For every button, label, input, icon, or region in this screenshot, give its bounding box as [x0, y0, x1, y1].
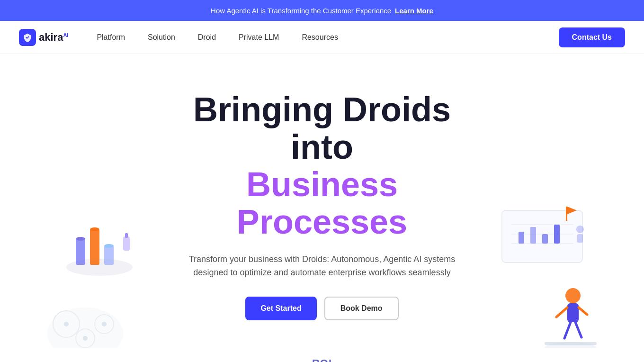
svg-point-5 — [90, 227, 99, 231]
hero-title: Bringing Droids into Business Processes — [156, 91, 488, 241]
logo-wordmark: akiraAI — [39, 31, 68, 44]
roi-label: ROI — [0, 357, 644, 362]
svg-line-40 — [579, 308, 587, 315]
svg-point-9 — [53, 311, 80, 337]
svg-line-41 — [564, 322, 571, 338]
hero-buttons: Get Started Book Demo — [156, 297, 488, 320]
banner-learn-more-link[interactable]: Learn More — [395, 7, 433, 15]
svg-point-6 — [104, 244, 114, 248]
nav-resources[interactable]: Resources — [302, 33, 338, 42]
nav-platform[interactable]: Platform — [97, 33, 125, 42]
svg-line-39 — [556, 308, 567, 317]
svg-rect-7 — [123, 236, 130, 251]
svg-point-12 — [64, 322, 69, 326]
svg-rect-2 — [90, 229, 99, 265]
svg-rect-34 — [554, 225, 560, 244]
svg-point-10 — [76, 329, 95, 348]
svg-point-43 — [545, 342, 597, 348]
hero-title-line1: Bringing Droids — [193, 90, 451, 128]
svg-rect-32 — [530, 227, 536, 244]
svg-point-4 — [76, 237, 85, 241]
svg-rect-38 — [567, 303, 579, 322]
book-demo-button[interactable]: Book Demo — [324, 297, 399, 320]
nav-solution[interactable]: Solution — [148, 33, 175, 42]
hero-title-line3: Business Processes — [237, 165, 407, 241]
svg-point-0 — [66, 259, 133, 276]
top-banner: How Agentic AI is Transforming the Custo… — [0, 0, 644, 21]
nav-private-llm[interactable]: Private LLM — [239, 33, 279, 42]
svg-point-13 — [83, 336, 88, 341]
navbar: akiraAI Platform Solution Droid Private … — [0, 21, 644, 54]
get-started-button[interactable]: Get Started — [245, 297, 316, 320]
svg-rect-26 — [566, 207, 567, 221]
svg-point-37 — [565, 288, 581, 303]
svg-rect-44 — [545, 342, 597, 345]
hero-section: Bringing Droids into Business Processes … — [0, 54, 644, 348]
svg-line-42 — [575, 322, 581, 337]
hero-subtitle: Transform your business with Droids: Aut… — [185, 253, 459, 280]
hero-content: Bringing Droids into Business Processes … — [156, 91, 488, 320]
svg-point-35 — [576, 226, 584, 233]
svg-point-14 — [102, 322, 107, 326]
svg-rect-33 — [542, 234, 548, 244]
nav-droid[interactable]: Droid — [198, 33, 216, 42]
logo-icon — [19, 29, 36, 46]
svg-point-11 — [95, 315, 114, 334]
contact-us-button[interactable]: Contact Us — [559, 27, 625, 47]
svg-rect-31 — [519, 232, 524, 244]
hero-title-line2: into — [291, 128, 353, 166]
svg-point-15 — [47, 308, 123, 348]
svg-rect-8 — [125, 233, 128, 238]
svg-rect-1 — [76, 239, 85, 265]
nav-links: Platform Solution Droid Private LLM Reso… — [97, 33, 558, 42]
svg-rect-36 — [577, 234, 583, 243]
logo[interactable]: akiraAI — [19, 29, 68, 46]
svg-rect-3 — [104, 246, 114, 265]
svg-rect-25 — [502, 210, 582, 262]
svg-marker-27 — [567, 207, 577, 214]
roi-section: ROI — [0, 348, 644, 362]
banner-text: How Agentic AI is Transforming the Custo… — [211, 7, 391, 15]
